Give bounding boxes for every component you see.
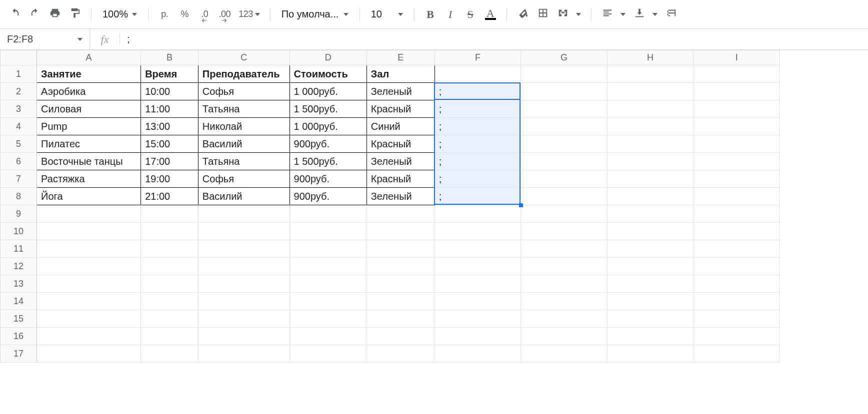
cell[interactable] [141, 223, 198, 240]
format-percent-button[interactable]: % [176, 5, 194, 23]
cell[interactable] [141, 310, 198, 328]
cell[interactable]: Время [141, 65, 198, 83]
cell[interactable] [607, 258, 694, 275]
decrease-decimal-button[interactable]: .0 [196, 5, 214, 23]
cell[interactable] [366, 240, 434, 258]
text-wrap-button[interactable] [662, 5, 680, 23]
cell[interactable] [366, 223, 434, 240]
cell[interactable]: 17:00 [141, 153, 198, 170]
borders-button[interactable] [534, 5, 552, 23]
cell[interactable] [694, 258, 780, 275]
col-header[interactable]: E [366, 50, 434, 65]
row-header[interactable]: 10 [0, 223, 37, 240]
increase-decimal-button[interactable]: .00 [216, 5, 234, 23]
cell[interactable]: Зеленый [366, 153, 434, 170]
cell[interactable] [434, 223, 521, 240]
cell[interactable] [434, 345, 521, 363]
cell[interactable] [37, 223, 141, 240]
cell[interactable] [198, 310, 290, 328]
col-header[interactable]: H [607, 50, 694, 65]
cell[interactable] [434, 240, 521, 258]
cell[interactable] [694, 135, 780, 153]
cell[interactable]: 21:00 [141, 188, 198, 205]
font-size-dropdown[interactable]: 10 [367, 5, 407, 23]
cell[interactable] [521, 293, 608, 310]
cell[interactable] [607, 293, 694, 310]
col-header[interactable]: F [434, 50, 521, 65]
cell[interactable] [141, 240, 198, 258]
cell[interactable]: Пилатес [37, 135, 141, 153]
cell[interactable] [434, 310, 521, 328]
cell[interactable]: Зеленый [366, 188, 434, 205]
cell[interactable] [694, 100, 780, 118]
row-header[interactable]: 4 [0, 118, 37, 135]
cell[interactable]: 15:00 [141, 135, 198, 153]
vertical-align-dropdown[interactable] [650, 5, 660, 23]
cell[interactable] [607, 118, 694, 135]
cell[interactable]: Татьяна [198, 100, 290, 118]
cell[interactable] [607, 153, 694, 170]
cell[interactable]: Преподаватель [198, 65, 290, 83]
row-header[interactable]: 12 [0, 258, 37, 275]
cell[interactable] [198, 223, 290, 240]
row-header[interactable]: 8 [0, 188, 37, 205]
row-header[interactable]: 7 [0, 170, 37, 188]
merge-cells-dropdown[interactable] [573, 5, 584, 23]
cell[interactable] [607, 345, 694, 363]
cell[interactable] [521, 170, 608, 188]
cell[interactable] [607, 223, 694, 240]
cell[interactable] [37, 258, 141, 275]
cell[interactable]: 900руб. [290, 188, 366, 205]
row-header[interactable]: 14 [0, 293, 37, 310]
cell[interactable]: ; [434, 100, 521, 118]
cell[interactable] [694, 328, 780, 345]
cell[interactable] [694, 65, 780, 83]
cell[interactable] [607, 240, 694, 258]
cell[interactable] [141, 258, 198, 275]
spreadsheet-grid[interactable]: A B C D E F G H I 1ЗанятиеВремяПреподава… [0, 50, 868, 363]
fill-color-button[interactable] [514, 5, 532, 23]
cell[interactable] [521, 275, 608, 293]
cell[interactable] [37, 310, 141, 328]
font-family-dropdown[interactable]: По умолча... [278, 5, 352, 23]
cell[interactable] [366, 293, 434, 310]
cell[interactable]: 900руб. [290, 170, 366, 188]
cell[interactable] [607, 83, 694, 100]
cell[interactable] [521, 223, 608, 240]
col-header[interactable]: B [141, 50, 198, 65]
cell[interactable] [366, 328, 434, 345]
name-box[interactable]: F2:F8 [0, 29, 90, 49]
cell[interactable] [141, 205, 198, 223]
cell[interactable] [694, 205, 780, 223]
cell[interactable] [607, 310, 694, 328]
cell[interactable] [607, 135, 694, 153]
cell[interactable]: 11:00 [141, 100, 198, 118]
cell[interactable] [434, 205, 521, 223]
row-header[interactable]: 17 [0, 345, 37, 363]
cell[interactable] [694, 223, 780, 240]
redo-button[interactable] [26, 5, 44, 23]
cell[interactable] [521, 118, 608, 135]
cell[interactable] [290, 223, 366, 240]
cell[interactable]: Зеленый [366, 83, 434, 100]
cell[interactable] [141, 328, 198, 345]
cell[interactable] [607, 100, 694, 118]
cell[interactable] [141, 293, 198, 310]
cell[interactable] [198, 275, 290, 293]
cell[interactable]: ; [434, 118, 521, 135]
cell[interactable] [521, 188, 608, 205]
cell[interactable]: Василий [198, 188, 290, 205]
cell[interactable] [198, 240, 290, 258]
cell[interactable] [37, 345, 141, 363]
col-header[interactable]: A [37, 50, 141, 65]
cell[interactable] [290, 310, 366, 328]
cell[interactable]: ; [434, 135, 521, 153]
cell[interactable]: 19:00 [141, 170, 198, 188]
cell[interactable] [434, 65, 521, 83]
bold-button[interactable]: B [422, 5, 440, 23]
cell[interactable]: Силовая [37, 100, 141, 118]
select-all-corner[interactable] [0, 50, 37, 65]
row-header[interactable]: 1 [0, 65, 37, 83]
cell[interactable] [366, 310, 434, 328]
cell[interactable] [521, 205, 608, 223]
